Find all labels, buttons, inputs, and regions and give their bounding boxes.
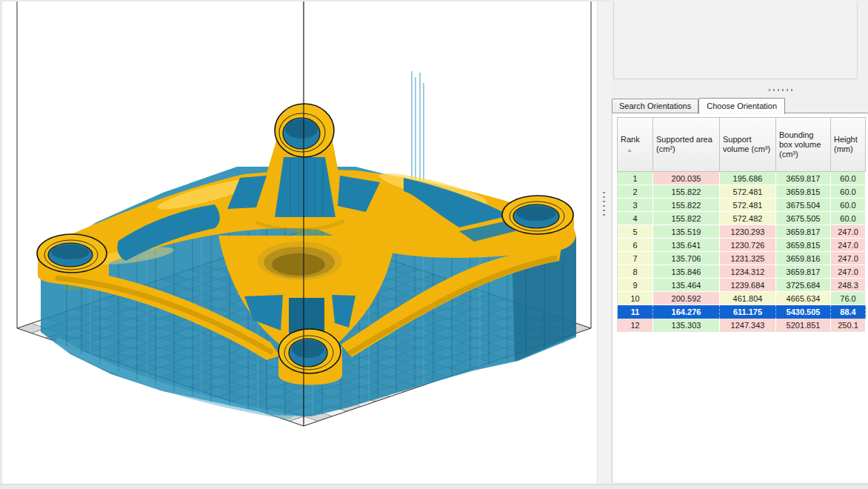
column-header-height[interactable]: Height (mm) xyxy=(831,117,866,172)
rank-cell[interactable]: 3 xyxy=(617,199,653,212)
value-cell[interactable]: 461.804 xyxy=(720,292,776,305)
value-cell[interactable]: 1239.684 xyxy=(720,279,776,292)
value-cell[interactable]: 250.1 xyxy=(831,319,866,332)
table-row[interactable]: 11164.276611.1755430.50588.4 xyxy=(617,305,866,319)
rank-cell[interactable]: 7 xyxy=(617,252,653,265)
value-cell[interactable]: 248.3 xyxy=(831,279,866,292)
value-cell[interactable]: 135.464 xyxy=(653,279,720,292)
value-cell[interactable]: 3675.505 xyxy=(776,212,831,225)
rank-cell[interactable]: 6 xyxy=(617,239,653,252)
tab-search-orientations[interactable]: Search Orientations xyxy=(612,99,698,113)
rank-cell[interactable]: 9 xyxy=(617,279,653,292)
orientation-table-body: 1200.035195.6863659.81760.02155.822572.4… xyxy=(617,172,866,332)
properties-panel xyxy=(613,1,858,79)
column-header-support-volume[interactable]: Support volume (cm³) xyxy=(720,117,776,172)
rank-cell[interactable]: 10 xyxy=(617,292,653,305)
orientation-tabbar: Search Orientations Choose Orientation xyxy=(612,96,868,113)
table-row[interactable]: 2155.822572.4813659.81560.0 xyxy=(617,185,866,199)
3d-scene xyxy=(2,1,597,484)
value-cell[interactable]: 60.0 xyxy=(831,212,866,225)
rank-cell[interactable]: 12 xyxy=(617,319,653,332)
sort-ascending-icon: ▲ xyxy=(627,145,632,153)
value-cell[interactable]: 200.035 xyxy=(653,172,720,185)
value-cell[interactable]: 247.0 xyxy=(831,265,866,279)
value-cell[interactable]: 76.0 xyxy=(831,292,866,305)
part-ring-boss-right xyxy=(502,196,573,234)
splitter-grip-icon xyxy=(603,189,605,216)
column-label: Rank xyxy=(621,135,640,144)
value-cell[interactable]: 247.0 xyxy=(831,225,866,239)
column-header-rank[interactable]: Rank▲ xyxy=(617,117,653,172)
table-row[interactable]: 3155.822572.4813675.50460.0 xyxy=(617,199,866,212)
value-cell[interactable]: 611.175 xyxy=(720,305,776,319)
viewport-3d[interactable] xyxy=(2,1,597,484)
orientation-pane: Rank▲ Supported area (cm²) Support volum… xyxy=(612,113,868,482)
value-cell[interactable]: 572.482 xyxy=(720,212,776,225)
rank-cell[interactable]: 8 xyxy=(617,265,653,279)
value-cell[interactable]: 135.641 xyxy=(653,239,720,252)
table-row[interactable]: 6135.6411230.7263659.815247.0 xyxy=(617,239,866,252)
part-ring-boss-left xyxy=(37,234,107,273)
value-cell[interactable]: 3659.816 xyxy=(776,252,831,265)
value-cell[interactable]: 60.0 xyxy=(831,185,866,199)
table-row[interactable]: 5135.5191230.2933659.817247.0 xyxy=(617,225,866,239)
value-cell[interactable]: 3659.815 xyxy=(776,185,831,199)
table-row[interactable]: 8135.8461234.3123659.817247.0 xyxy=(617,265,866,279)
bottom-strip xyxy=(0,484,868,489)
value-cell[interactable]: 200.592 xyxy=(653,292,720,305)
horizontal-splitter[interactable] xyxy=(769,89,795,91)
value-cell[interactable]: 3659.817 xyxy=(776,225,831,239)
value-cell[interactable]: 4665.634 xyxy=(776,292,831,305)
value-cell[interactable]: 3659.815 xyxy=(776,239,831,252)
value-cell[interactable]: 60.0 xyxy=(831,172,866,185)
center-bowl xyxy=(258,242,342,280)
rank-cell[interactable]: 2 xyxy=(617,185,653,199)
value-cell[interactable]: 572.481 xyxy=(720,185,776,199)
value-cell[interactable]: 1247.343 xyxy=(720,319,776,332)
value-cell[interactable]: 5201.851 xyxy=(776,319,831,332)
value-cell[interactable]: 88.4 xyxy=(831,305,866,319)
column-header-bounding-box-volume[interactable]: Bounding box volume (cm³) xyxy=(776,117,831,172)
part-ring-boss-bottom xyxy=(278,329,341,373)
orientation-table: Rank▲ Supported area (cm²) Support volum… xyxy=(617,117,866,332)
table-row[interactable]: 10200.592461.8044665.63476.0 xyxy=(617,292,866,305)
value-cell[interactable]: 155.822 xyxy=(653,212,720,225)
value-cell[interactable]: 164.276 xyxy=(653,305,720,319)
value-cell[interactable]: 1230.293 xyxy=(720,225,776,239)
table-header-row: Rank▲ Supported area (cm²) Support volum… xyxy=(617,117,866,172)
value-cell[interactable]: 135.706 xyxy=(653,252,720,265)
value-cell[interactable]: 3675.504 xyxy=(776,199,831,212)
value-cell[interactable]: 135.846 xyxy=(653,265,720,279)
table-row[interactable]: 9135.4641239.6843725.684248.3 xyxy=(617,279,866,292)
value-cell[interactable]: 195.686 xyxy=(720,172,776,185)
value-cell[interactable]: 3659.817 xyxy=(776,172,831,185)
table-row[interactable]: 1200.035195.6863659.81760.0 xyxy=(617,172,866,185)
value-cell[interactable]: 60.0 xyxy=(831,199,866,212)
value-cell[interactable]: 3659.817 xyxy=(776,265,831,279)
rank-cell[interactable]: 1 xyxy=(617,172,653,185)
value-cell[interactable]: 572.481 xyxy=(720,199,776,212)
value-cell[interactable]: 155.822 xyxy=(653,199,720,212)
rank-cell[interactable]: 5 xyxy=(617,225,653,239)
rank-cell[interactable]: 11 xyxy=(617,305,653,319)
value-cell[interactable]: 1230.726 xyxy=(720,239,776,252)
panel-splitter[interactable] xyxy=(597,1,611,484)
table-row[interactable]: 12135.3031247.3435201.851250.1 xyxy=(617,319,866,332)
right-panel: Search Orientations Choose Orientation R… xyxy=(610,0,868,484)
value-cell[interactable]: 1234.312 xyxy=(720,265,776,279)
value-cell[interactable]: 135.519 xyxy=(653,225,720,239)
value-cell[interactable]: 5430.505 xyxy=(776,305,831,319)
value-cell[interactable]: 3725.684 xyxy=(776,279,831,292)
tab-choose-orientation[interactable]: Choose Orientation xyxy=(698,98,785,114)
value-cell[interactable]: 135.303 xyxy=(653,319,720,332)
table-row[interactable]: 7135.7061231.3253659.816247.0 xyxy=(617,252,866,265)
part-ring-boss-top xyxy=(275,104,334,157)
value-cell[interactable]: 247.0 xyxy=(831,252,866,265)
value-cell[interactable]: 155.822 xyxy=(653,185,720,199)
table-row[interactable]: 4155.822572.4823675.50560.0 xyxy=(617,212,866,225)
rank-cell[interactable]: 4 xyxy=(617,212,653,225)
value-cell[interactable]: 1231.325 xyxy=(720,252,776,265)
value-cell[interactable]: 247.0 xyxy=(831,239,866,252)
column-header-supported-area[interactable]: Supported area (cm²) xyxy=(653,117,720,172)
